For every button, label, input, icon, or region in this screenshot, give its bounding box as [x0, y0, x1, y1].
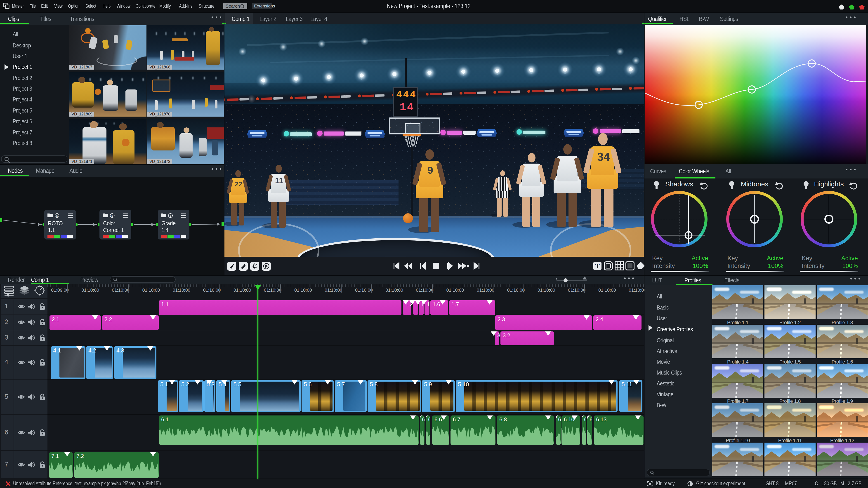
svg-text:S: S	[169, 214, 172, 217]
svg-text:T: T	[595, 262, 600, 269]
svg-text:S: S	[111, 214, 113, 217]
svg-text:S: S	[56, 214, 58, 217]
